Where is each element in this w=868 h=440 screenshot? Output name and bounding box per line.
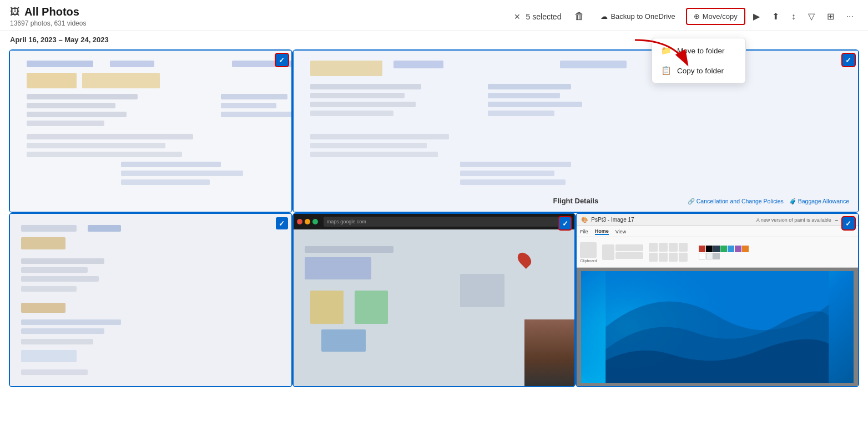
move-to-folder-label: Move to folder bbox=[677, 47, 725, 55]
photo-checkbox[interactable]: ✓ bbox=[842, 54, 855, 66]
checkmark-icon: ✓ bbox=[562, 220, 568, 227]
move-copy-button[interactable]: ⊕ Move/copy bbox=[686, 8, 745, 25]
flight-details-label: Flight Details bbox=[553, 197, 599, 205]
photo-checkbox[interactable]: ✓ bbox=[559, 217, 571, 229]
photo-checkbox[interactable]: ✓ bbox=[276, 217, 288, 229]
checkmark-icon: ✓ bbox=[845, 220, 851, 227]
move-to-folder-item[interactable]: 📁 Move to folder bbox=[652, 41, 745, 61]
checkmark-icon: ✓ bbox=[279, 220, 285, 227]
photo-item[interactable]: ✓ bbox=[10, 51, 291, 212]
selected-count-label: 5 selected bbox=[526, 12, 562, 21]
checkmark-icon: ✓ bbox=[845, 57, 851, 64]
paint-title: PsPt3 - Image 17 bbox=[591, 217, 634, 223]
photo-thumbnail: Flight Details 🔗 Cancellation and Change… bbox=[294, 51, 858, 212]
sort-button[interactable]: ↕ bbox=[787, 8, 800, 25]
slideshow-button[interactable]: ▶ bbox=[749, 8, 764, 25]
backup-icon: ☁ bbox=[600, 12, 608, 21]
photo-thumbnail bbox=[10, 51, 291, 212]
copy-to-folder-item[interactable]: 📋 Copy to folder bbox=[652, 61, 745, 81]
header-left: 🖼 All Photos 13697 photos, 631 videos bbox=[10, 6, 512, 27]
toolbar: ✕ 5 selected 🗑 ☁ Backup to OneDrive ⊕ Mo… bbox=[512, 7, 858, 26]
move-folder-icon: 📁 bbox=[661, 46, 672, 56]
url-bar-text: maps.google.com bbox=[327, 219, 366, 224]
paint-subtitle: A new version of paint is available bbox=[756, 217, 831, 223]
photo-item[interactable]: Flight Details 🔗 Cancellation and Change… bbox=[294, 51, 858, 212]
filter-button[interactable]: ▽ bbox=[804, 8, 819, 25]
photo-checkbox[interactable]: ✓ bbox=[276, 54, 288, 66]
header: 🖼 All Photos 13697 photos, 631 videos ✕ … bbox=[0, 0, 868, 31]
backup-label: Backup to OneDrive bbox=[610, 12, 675, 21]
copy-to-folder-label: Copy to folder bbox=[677, 67, 724, 75]
backup-button[interactable]: ☁ Backup to OneDrive bbox=[593, 8, 682, 24]
page-title: All Photos bbox=[24, 6, 79, 18]
photo-checkbox[interactable]: ✓ bbox=[842, 217, 855, 229]
cancellation-links: 🔗 Cancellation and Change Policies 🧳 Bag… bbox=[688, 198, 849, 205]
copy-folder-icon: 📋 bbox=[661, 66, 672, 76]
more-button[interactable]: ··· bbox=[842, 8, 858, 25]
photo-thumbnail bbox=[10, 214, 291, 386]
baggage-link[interactable]: 🧳 Baggage Allowance bbox=[789, 198, 849, 205]
cancellation-link[interactable]: 🔗 Cancellation and Change Policies bbox=[688, 198, 784, 205]
delete-button[interactable]: 🗑 bbox=[569, 7, 590, 26]
move-copy-label: Move/copy bbox=[703, 12, 738, 21]
move-copy-dropdown: 📁 Move to folder 📋 Copy to folder bbox=[652, 38, 746, 83]
photos-icon: 🖼 bbox=[10, 6, 20, 18]
photo-count: 13697 photos, 631 videos bbox=[10, 19, 512, 27]
photo-grid: ✓ Flight Details 🔗 Cancellation and Cha bbox=[0, 47, 868, 389]
deselect-button[interactable]: ✕ bbox=[512, 11, 523, 22]
photo-item[interactable]: maps.google.com ✓ bbox=[294, 214, 575, 386]
photo-thumbnail: maps.google.com bbox=[294, 214, 575, 386]
checkmark-icon: ✓ bbox=[279, 57, 285, 64]
layout-button[interactable]: ⊞ bbox=[822, 8, 839, 25]
move-copy-icon: ⊕ bbox=[694, 12, 700, 21]
share-button[interactable]: ⬆ bbox=[768, 8, 784, 25]
photo-item[interactable]: ✓ bbox=[10, 214, 291, 386]
selected-indicator: ✕ 5 selected bbox=[512, 11, 562, 22]
photo-thumbnail: 🎨 PsPt3 - Image 17 A new version of pain… bbox=[577, 214, 858, 386]
title-row: 🖼 All Photos bbox=[10, 6, 512, 18]
photo-item[interactable]: 🎨 PsPt3 - Image 17 A new version of pain… bbox=[577, 214, 858, 386]
